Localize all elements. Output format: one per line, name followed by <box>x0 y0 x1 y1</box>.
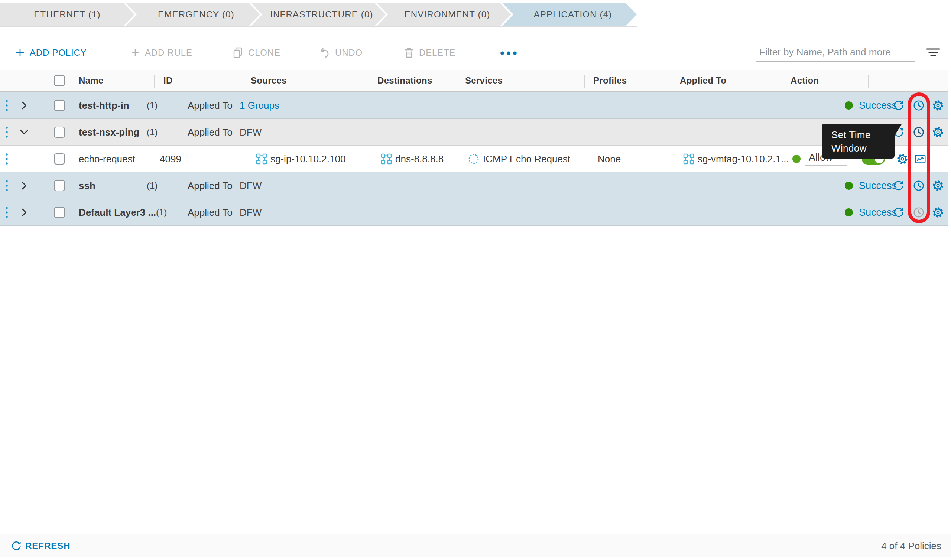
status-text: Success <box>859 100 897 111</box>
service-icon <box>467 152 480 165</box>
trash-icon <box>403 47 415 58</box>
status-dot <box>845 182 853 190</box>
sources-value[interactable]: sg-ip-10.10.2.100 <box>271 153 345 165</box>
column-header-destinations[interactable]: Destinations <box>377 75 432 86</box>
drag-handle-icon[interactable] <box>5 152 8 165</box>
applied-to-value: DFW <box>240 180 262 191</box>
policy-row-default-layer3: Default Layer3 ... (1) Applied To DFW Su… <box>0 199 948 226</box>
applied-to-value: DFW <box>240 206 262 218</box>
profiles-value[interactable]: None <box>598 153 621 165</box>
chevron-right-icon[interactable] <box>19 181 29 191</box>
add-policy-button[interactable]: ADD POLICY <box>15 48 86 58</box>
refresh-status-icon[interactable] <box>893 180 904 191</box>
column-separator <box>456 75 456 88</box>
column-separator <box>671 75 671 88</box>
filter-input[interactable] <box>756 43 916 61</box>
column-separator <box>868 75 868 88</box>
ellipsis-icon: ••• <box>500 46 519 60</box>
status-dot <box>845 208 853 217</box>
column-header-name[interactable]: Name <box>79 75 104 86</box>
clock-icon[interactable] <box>913 99 925 112</box>
add-policy-label: ADD POLICY <box>30 48 86 58</box>
row-checkbox[interactable] <box>54 207 65 218</box>
gear-icon[interactable] <box>932 126 944 138</box>
rule-count: (1) <box>147 100 157 111</box>
policy-row-test-http-in: test-http-in (1) Applied To 1 Groups Suc… <box>0 92 948 119</box>
drag-handle-icon[interactable] <box>5 206 8 219</box>
clock-icon[interactable] <box>913 179 925 192</box>
undo-button[interactable]: UNDO <box>319 47 363 58</box>
row-checkbox[interactable] <box>54 153 65 165</box>
column-header-services[interactable]: Services <box>465 75 503 86</box>
clone-icon <box>232 47 244 58</box>
status-text: Success <box>859 206 897 218</box>
clone-button[interactable]: CLONE <box>232 47 280 58</box>
filter-field-wrap <box>756 43 916 62</box>
chevron-right-icon[interactable] <box>19 101 29 110</box>
gear-icon[interactable] <box>932 99 944 112</box>
column-separator <box>782 75 782 88</box>
select-all-checkbox[interactable] <box>54 75 65 86</box>
column-header-id[interactable]: ID <box>163 75 173 86</box>
policy-table-body: test-http-in (1) Applied To 1 Groups Suc… <box>0 92 948 226</box>
policy-row-test-nsx-ping: test-nsx-ping (1) Applied To DFW Success <box>0 119 948 146</box>
drag-handle-icon[interactable] <box>5 126 8 138</box>
column-separator <box>368 75 369 88</box>
stats-icon[interactable] <box>914 152 926 165</box>
row-checkbox[interactable] <box>54 127 65 138</box>
row-checkbox[interactable] <box>54 100 65 111</box>
set-time-window-tooltip: Set Time Window <box>822 124 894 158</box>
drag-handle-icon[interactable] <box>5 99 8 112</box>
tab-ethernet[interactable]: ETHERNET (1) <box>0 3 134 26</box>
group-icon <box>683 153 695 165</box>
column-header-sources[interactable]: Sources <box>251 75 287 86</box>
group-icon <box>255 153 268 165</box>
gear-icon[interactable] <box>932 206 944 219</box>
refresh-status-icon[interactable] <box>893 100 904 111</box>
tab-environment[interactable]: ENVIRONMENT (0) <box>377 3 511 26</box>
tab-emergency[interactable]: EMERGENCY (0) <box>126 3 260 26</box>
drag-handle-icon[interactable] <box>5 179 8 192</box>
tab-infrastructure-label: INFRASTRUCTURE (0) <box>270 9 373 20</box>
tooltip-line1: Set Time <box>831 128 894 142</box>
category-tab-bar: ETHERNET (1) EMERGENCY (0) INFRASTRUCTUR… <box>0 0 951 28</box>
action-status-dot <box>792 155 800 163</box>
chevron-down-icon[interactable] <box>19 128 29 137</box>
column-header-profiles[interactable]: Profiles <box>593 75 627 86</box>
column-separator <box>242 75 242 88</box>
applied-to-label: Applied To <box>188 126 232 138</box>
applied-to-value[interactable]: sg-vmtag-10.10.2.1... <box>698 153 789 165</box>
clock-icon-hovered[interactable] <box>913 126 925 138</box>
tooltip-line2: Window <box>831 142 894 155</box>
undo-label: UNDO <box>335 48 363 58</box>
policy-row-ssh: ssh (1) Applied To DFW Success <box>0 172 948 199</box>
tab-infrastructure[interactable]: INFRASTRUCTURE (0) <box>251 3 386 26</box>
delete-button[interactable]: DELETE <box>403 47 455 58</box>
rule-id: 4099 <box>160 153 181 165</box>
chevron-right-icon[interactable] <box>19 208 29 217</box>
gear-icon[interactable] <box>896 152 909 165</box>
rule-count: (1) <box>147 127 157 137</box>
refresh-status-icon[interactable] <box>893 207 904 218</box>
filter-icon[interactable] <box>926 46 940 58</box>
table-header: Name ID Sources Destinations Services Pr… <box>0 70 948 92</box>
plus-icon <box>15 48 25 58</box>
column-header-action[interactable]: Action <box>791 75 819 86</box>
applied-to-groups-link[interactable]: 1 Groups <box>240 100 279 111</box>
column-header-applied-to[interactable]: Applied To <box>680 75 726 86</box>
destinations-value[interactable]: dns-8.8.8.8 <box>395 153 443 165</box>
more-actions-button[interactable]: ••• <box>500 46 519 60</box>
table-right-border <box>948 70 948 557</box>
gear-icon[interactable] <box>932 179 944 192</box>
services-value[interactable]: ICMP Echo Request <box>483 153 570 165</box>
clock-icon-disabled[interactable] <box>913 206 925 219</box>
policy-name: Default Layer3 ... <box>79 206 156 218</box>
tab-application[interactable]: APPLICATION (4) <box>502 3 637 26</box>
rule-row-echo-request: echo-request 4099 sg-ip-10.10.2.100 dns-… <box>0 146 948 172</box>
refresh-button[interactable]: REFRESH <box>11 541 71 551</box>
tabbar-underline <box>0 26 637 27</box>
add-rule-button[interactable]: ADD RULE <box>130 48 192 58</box>
column-separator <box>584 75 585 88</box>
row-checkbox[interactable] <box>54 180 65 191</box>
column-separator <box>154 75 155 88</box>
